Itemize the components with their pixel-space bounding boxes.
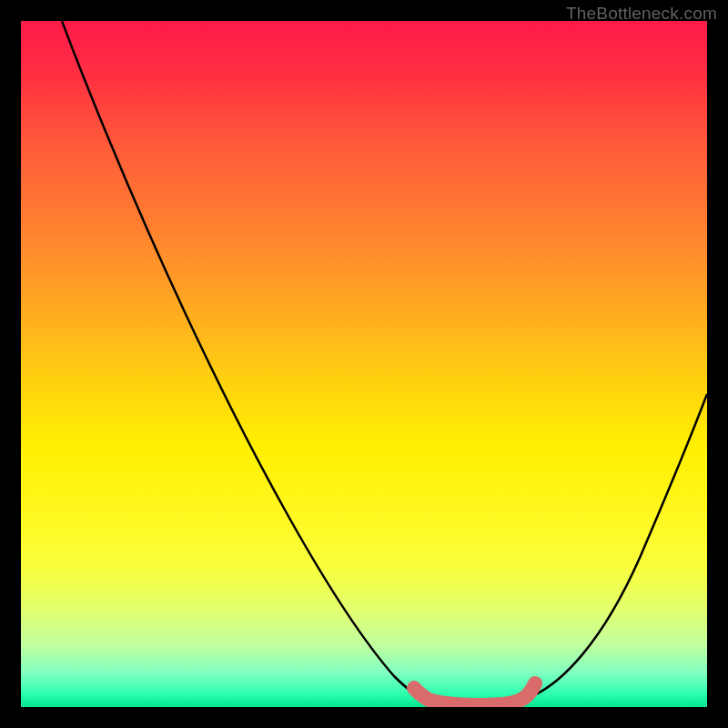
bottleneck-curve-line: [62, 21, 707, 706]
optimal-range-marker: [414, 683, 535, 705]
chart-svg: [21, 21, 707, 707]
chart-plot-area: [21, 21, 707, 707]
